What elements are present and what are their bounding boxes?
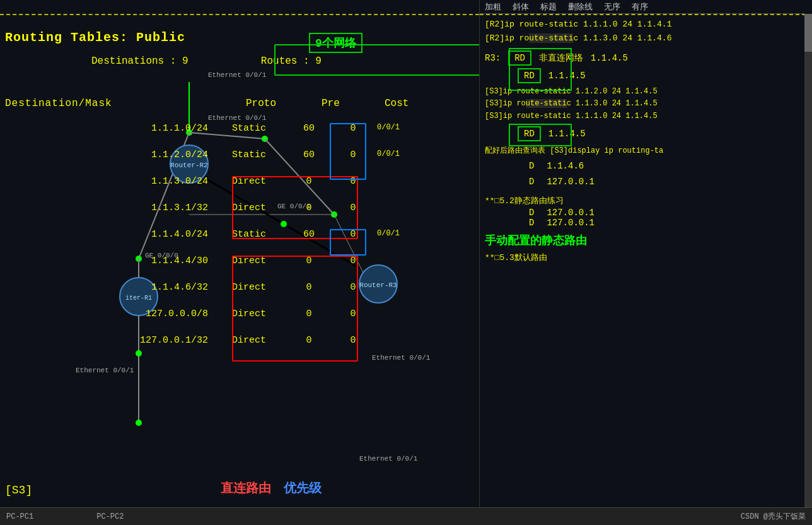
bottom-labels: 直连路由 优先级 bbox=[221, 480, 322, 497]
svg-text:Router-R2: Router-R2 bbox=[170, 162, 207, 169]
dest-7: 1.1.4.6/32 bbox=[0, 282, 214, 293]
rd-badge-3: RD bbox=[518, 126, 541, 141]
dest-9: 127.0.0.1/32 bbox=[0, 335, 214, 346]
svg-point-20 bbox=[136, 350, 142, 357]
dest-8: 127.0.0.0/8 bbox=[0, 309, 214, 319]
toolbar-bold[interactable]: 加粗 bbox=[485, 1, 501, 13]
third-rd-section: RD 1.1.4.5 bbox=[485, 126, 803, 141]
toolbar-ordered[interactable]: 有序 bbox=[632, 1, 648, 13]
svg-line-7 bbox=[334, 215, 366, 278]
svg-line-17 bbox=[208, 180, 359, 268]
cost-3: 0 bbox=[334, 176, 372, 187]
table-row: 1.1.1.0/24 Static 60 0 0/0/1 bbox=[0, 123, 473, 134]
static-route-label: 手动配置的静态路由 bbox=[485, 233, 803, 248]
proto-9: Direct bbox=[214, 335, 284, 346]
toolbar: 加粗 斜体 标题 删除线 无序 有序 bbox=[480, 0, 804, 14]
d-line-3: D 127.0.0.1 bbox=[485, 208, 803, 218]
table-row: 1.1.4.0/24 Static 60 0 0/0/1 bbox=[0, 229, 473, 240]
d-line-4: D 127.0.0.1 bbox=[485, 218, 803, 228]
svg-point-4 bbox=[262, 136, 268, 142]
cost-4: 0 bbox=[334, 203, 372, 213]
direct-label: 直连路由 bbox=[221, 480, 271, 497]
cost-8: 0 bbox=[334, 309, 372, 319]
r3-label: R3: bbox=[485, 53, 501, 63]
top-dashed-line bbox=[0, 14, 479, 15]
svg-point-21 bbox=[136, 420, 142, 426]
svg-text:Ethernet 0/0/1: Ethernet 0/0/1 bbox=[372, 354, 431, 362]
if-1: 0/0/1 bbox=[372, 123, 400, 134]
s3-line-2: [S3]ip route-static 1.1.3.0 24 1.1.4.5 bbox=[485, 98, 803, 110]
toolbar-heading[interactable]: 标题 bbox=[540, 1, 557, 13]
proto-7: Direct bbox=[214, 282, 284, 293]
d-badge-1: D bbox=[529, 158, 534, 174]
cost-6: 0 bbox=[334, 256, 372, 266]
d-badge-2: D bbox=[529, 174, 534, 190]
pre-7: 0 bbox=[284, 282, 334, 293]
dest-3: 1.1.3.0/24 bbox=[0, 176, 214, 187]
pre-3: 0 bbox=[284, 176, 334, 187]
scrollbar-thumb[interactable] bbox=[804, 14, 812, 52]
dest-5: 1.1.4.0/24 bbox=[0, 229, 214, 240]
right-content-area: [R2]ip route-static 1.1.1.0 24 1.1.4.1 [… bbox=[485, 18, 803, 507]
config-text: 配好后路由查询表 [S3]display ip routing-ta bbox=[485, 145, 803, 156]
left-panel: Router-R2 Router-R3 iter-R1 Ethernet 0/0… bbox=[0, 0, 479, 525]
svg-text:Ethernet 0/0/1: Ethernet 0/0/1 bbox=[208, 114, 267, 122]
routes-label: Routes : 9 bbox=[261, 56, 322, 67]
pre-5: 60 bbox=[284, 229, 334, 240]
csdn-label: CSDN @秃头下饭菜 bbox=[741, 511, 806, 522]
r3-ip-2: 1.1.4.5 bbox=[548, 71, 586, 81]
d-ip-3: 127.0.0.1 bbox=[547, 208, 594, 218]
third-rd-line: RD 1.1.4.5 bbox=[485, 126, 803, 141]
scrollbar[interactable] bbox=[804, 14, 812, 507]
d-badge-3: D bbox=[529, 208, 534, 218]
rd-badge-2: RD bbox=[518, 68, 541, 83]
table-row: 127.0.0.0/8 Direct 0 0 bbox=[0, 309, 473, 319]
pre-2: 60 bbox=[284, 150, 334, 160]
table-row: 127.0.0.1/32 Direct 0 0 bbox=[0, 335, 473, 346]
r3-ip-1: 1.1.4.5 bbox=[591, 53, 628, 63]
proto-1: Static bbox=[214, 123, 284, 134]
svg-text:Ethernet 0/0/1: Ethernet 0/0/1 bbox=[208, 71, 267, 79]
priority-label: 优先级 bbox=[284, 480, 322, 497]
r3-rd-line: RD 1.1.4.5 bbox=[485, 68, 803, 83]
cost-2: 0 bbox=[334, 150, 372, 160]
d-ip-1: 1.1.4.6 bbox=[547, 158, 584, 174]
right-top-dashed bbox=[480, 14, 812, 15]
third-rd-ip: 1.1.4.5 bbox=[548, 129, 586, 139]
toolbar-strikethrough[interactable]: 删除线 bbox=[568, 1, 593, 13]
dest-1: 1.1.1.0/24 bbox=[0, 123, 214, 134]
code-line-1: [R2]ip route-static 1.1.1.0 24 1.1.4.1 bbox=[485, 18, 803, 32]
proto-8: Direct bbox=[214, 309, 284, 319]
code-block: [R2]ip route-static 1.1.1.0 24 1.1.4.1 [… bbox=[485, 18, 803, 45]
pre-6: 0 bbox=[284, 256, 334, 266]
pc1-label: PC-PC1 bbox=[6, 512, 33, 521]
cost-header: Cost bbox=[385, 98, 409, 109]
svg-text:iter-R1: iter-R1 bbox=[125, 295, 152, 302]
table-row: 1.1.3.0/24 Direct 0 0 bbox=[0, 176, 473, 187]
if-5: 0/0/1 bbox=[372, 229, 400, 240]
code-line-2: [R2]ip route-static 1.1.3.0 24 1.1.4.6 bbox=[485, 32, 803, 45]
svg-text:Ethernet 0/0/1: Ethernet 0/0/1 bbox=[76, 367, 134, 374]
table-row: 1.1.4.6/32 Direct 0 0 bbox=[0, 282, 473, 293]
toolbar-italic[interactable]: 斜体 bbox=[513, 1, 529, 13]
pre-header: Pre bbox=[322, 98, 340, 109]
proto-2: Static bbox=[214, 150, 284, 160]
section-52: **□5.2静态路由练习 bbox=[485, 195, 803, 206]
svg-point-18 bbox=[281, 221, 287, 227]
s3-line-1: [S3]ip route-static 1.1.2.0 24 1.1.4.5 bbox=[485, 86, 803, 98]
svg-text:Ethernet 0/0/1: Ethernet 0/0/1 bbox=[359, 455, 418, 463]
cost-1: 0 bbox=[334, 123, 372, 134]
toolbar-unordered[interactable]: 无序 bbox=[604, 1, 620, 13]
proto-6: Direct bbox=[214, 256, 284, 266]
d-badge-4: D bbox=[529, 218, 534, 228]
destinations-label: Destinations : 9 bbox=[91, 56, 188, 67]
routing-title: Routing Tables: Public bbox=[5, 30, 185, 45]
d-ip-4: 127.0.0.1 bbox=[547, 218, 594, 228]
pre-9: 0 bbox=[284, 335, 334, 346]
cost-7: 0 bbox=[334, 282, 372, 293]
rd-badge-1: RD bbox=[508, 50, 531, 66]
right-panel: 加粗 斜体 标题 删除线 无序 有序 [R2]ip route-static 1… bbox=[479, 0, 812, 525]
static-config-block: [S3]ip route-static 1.1.2.0 24 1.1.4.5 [… bbox=[485, 86, 803, 122]
d-line-2: D 127.0.0.1 bbox=[485, 174, 803, 190]
bottom-pcs: PC-PC1 PC-PC2 bbox=[6, 512, 124, 521]
